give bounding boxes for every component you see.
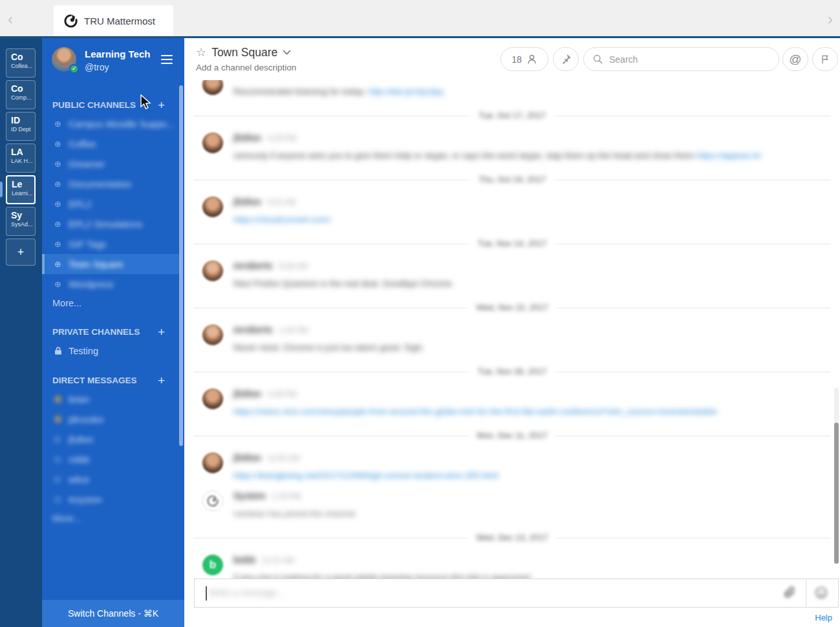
globe-icon: ⊕ <box>54 139 64 149</box>
search-icon <box>592 54 603 65</box>
channel-item[interactable]: ⊕ EPL2 Simulations <box>42 214 179 234</box>
flagged-posts-button[interactable] <box>812 47 838 71</box>
channel-title[interactable]: Town Square <box>211 46 277 59</box>
channel-item[interactable]: ⊕ Coffee <box>42 134 179 154</box>
channel-item[interactable]: ⊕ EPL2 <box>42 194 179 214</box>
dm-item[interactable]: jfulton <box>42 429 179 449</box>
team-tile-colleagues[interactable]: Co Collea... <box>6 48 36 78</box>
message-post[interactable]: b bobb11:01 AM if any one is looking for… <box>184 546 840 579</box>
member-count-button[interactable]: 18 <box>501 47 548 71</box>
dm-item[interactable]: wilce <box>42 469 179 489</box>
message-post[interactable]: jfulton4:29 PM seriously if anyone asks … <box>184 124 840 167</box>
sidebar-scrollbar[interactable] <box>179 85 183 446</box>
date-label: Tue, Nov 28, 2017 <box>469 367 555 376</box>
date-separator: Tue, Nov 28, 2017 <box>193 365 831 379</box>
message-composer[interactable]: Write a message... <box>194 579 839 608</box>
message-list-scrollbar[interactable] <box>834 423 839 564</box>
message-username: jfulton <box>233 452 261 463</box>
dm-name: troyston <box>69 494 102 505</box>
public-channels-header: PUBLIC CHANNELS + <box>42 96 179 114</box>
away-status-icon <box>54 396 64 403</box>
team-label: ID Dept <box>11 125 35 133</box>
attachment-icon[interactable] <box>782 586 798 601</box>
direct-messages-header: DIRECT MESSAGES + <box>42 371 179 389</box>
message-link[interactable]: http://dai.ly/x2ju3yq <box>369 87 444 96</box>
back-icon[interactable]: ‹ <box>3 10 18 28</box>
mentions-button[interactable]: @ <box>782 47 808 71</box>
dm-item[interactable]: troyston <box>42 489 179 509</box>
dm-item[interactable]: brian <box>42 389 179 409</box>
message-text: https://cloudconvert.com/ <box>233 211 822 228</box>
dm-name: wilce <box>69 474 89 485</box>
message-post[interactable]: jfulton9:01 AM https://cloudconvert.com/ <box>184 188 840 231</box>
team-tile-id-dept[interactable]: ID ID Dept <box>6 112 36 141</box>
channel-item-testing[interactable]: Testing <box>42 341 179 361</box>
channel-name: Testing <box>69 346 98 356</box>
message-timestamp: 9:01 AM <box>268 198 296 207</box>
channel-item[interactable]: ⊕ Campus Moodle Suppo... <box>42 114 179 134</box>
message-post[interactable]: Recommended listening for today: http://… <box>184 80 840 103</box>
message-post[interactable]: jfulton11:50 AM https://boingboing.net/2… <box>184 444 840 487</box>
search-placeholder: Search <box>609 54 638 65</box>
date-label: Tue, Nov 14, 2017 <box>469 239 555 248</box>
channel-name: Documentation <box>69 179 132 189</box>
channel-item[interactable]: ⊕ Wordpress <box>42 274 179 294</box>
add-public-channel-button[interactable]: + <box>158 99 169 111</box>
profile-names: Learning Tech @troy <box>85 47 150 84</box>
channel-item[interactable]: ⊕ Documentation <box>42 174 179 194</box>
message-list[interactable]: Recommended listening for today: http://… <box>184 80 840 579</box>
message-link[interactable]: https://news.vice.com/story/people-from-… <box>233 407 717 416</box>
pinned-posts-button[interactable] <box>553 47 579 71</box>
channel-item-town-square[interactable]: ⊕ Town Square <box>42 254 179 274</box>
team-label: Comp... <box>11 94 35 101</box>
channel-name: Dreamer <box>69 159 105 169</box>
avatar <box>202 388 223 409</box>
forward-icon[interactable]: › <box>823 10 838 28</box>
system-avatar <box>202 491 223 511</box>
avatar <box>202 324 223 345</box>
channel-description-link[interactable]: Add a channel description <box>196 63 296 72</box>
switch-channels-button[interactable]: Switch Channels - ⌘K <box>42 600 184 627</box>
main-menu-icon[interactable] <box>161 55 173 67</box>
app-tab-title: TRU Mattermost <box>84 16 155 27</box>
message-link[interactable]: https://cloudconvert.com/ <box>233 215 330 224</box>
system-message-post[interactable]: System1:29 PM nardean has joined the cha… <box>184 487 840 525</box>
message-username: jfulton <box>233 388 261 399</box>
channel-item[interactable]: ⊕ GIF Tags <box>42 234 179 254</box>
emoji-icon[interactable] <box>814 586 830 601</box>
dm-item[interactable]: jdrussko <box>42 409 179 429</box>
help-link[interactable]: Help <box>815 613 832 622</box>
more-public-channels-link[interactable]: More... <box>42 294 179 312</box>
chevron-down-icon[interactable] <box>283 50 291 56</box>
channel-item[interactable]: ⊕ Dreamer <box>42 154 179 174</box>
message-timestamp: 8:26 AM <box>279 262 308 271</box>
team-tile-lak[interactable]: LA LAK H... <box>6 143 36 173</box>
scrollbar-track[interactable] <box>834 388 839 427</box>
add-team-button[interactable]: + <box>6 239 36 266</box>
message-post[interactable]: mroberts8:26 AM New Firefox Quantum is t… <box>184 252 840 295</box>
more-direct-messages-link[interactable]: More... <box>42 509 179 527</box>
text-caret <box>206 586 207 600</box>
team-tile-sysadmin[interactable]: Sy SysAd... <box>6 207 36 236</box>
avatar <box>202 133 223 153</box>
favorite-star-icon[interactable]: ☆ <box>196 45 206 59</box>
message-link[interactable]: https://boingboing.net/2017/12/08/high-s… <box>233 471 499 480</box>
team-initials: ID <box>11 115 35 125</box>
date-label: Tue, Oct 17, 2017 <box>470 111 554 120</box>
dm-name: brian <box>69 394 89 405</box>
add-direct-message-button[interactable]: + <box>158 374 169 387</box>
date-separator: Tue, Nov 14, 2017 <box>193 237 831 251</box>
team-initials: LA <box>11 147 35 157</box>
message-link[interactable]: https://appear.in/ <box>696 151 761 160</box>
team-tile-learning-tech[interactable]: Le Learni... <box>6 175 36 204</box>
message-post[interactable]: mroberts1:44 PM Never mind. Chrome is ju… <box>184 316 840 359</box>
avatar: b <box>202 555 223 575</box>
team-tile-comp[interactable]: Co Comp... <box>6 80 36 109</box>
app-tab[interactable]: TRU Mattermost <box>54 5 173 36</box>
dm-item[interactable]: robbi <box>42 449 179 469</box>
search-input[interactable]: Search <box>583 47 779 71</box>
avatar <box>202 452 223 473</box>
add-private-channel-button[interactable]: + <box>158 326 169 338</box>
message-username: mroberts <box>233 324 273 335</box>
message-post[interactable]: jfulton2:38 PM https://news.vice.com/sto… <box>184 380 840 423</box>
